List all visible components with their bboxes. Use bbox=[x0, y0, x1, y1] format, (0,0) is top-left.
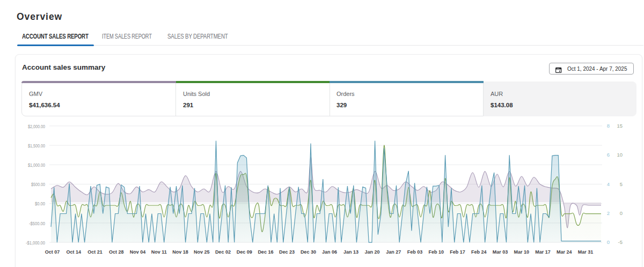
svg-text:Mar 31: Mar 31 bbox=[578, 249, 594, 255]
svg-text:$500.00: $500.00 bbox=[31, 182, 45, 187]
svg-text:Oct 21: Oct 21 bbox=[87, 249, 103, 255]
svg-text:-5: -5 bbox=[618, 239, 623, 245]
svg-text:6: 6 bbox=[607, 152, 610, 158]
svg-text:-$500.00: -$500.00 bbox=[29, 221, 45, 226]
svg-text:0: 0 bbox=[620, 210, 623, 216]
svg-text:Dec 30: Dec 30 bbox=[301, 249, 316, 255]
svg-text:$0.00: $0.00 bbox=[35, 201, 45, 206]
svg-text:Jan 13: Jan 13 bbox=[343, 249, 358, 255]
svg-text:Mar 03: Mar 03 bbox=[493, 249, 508, 255]
svg-text:10: 10 bbox=[617, 152, 623, 158]
svg-text:5: 5 bbox=[620, 181, 623, 187]
svg-text:Feb 24: Feb 24 bbox=[471, 249, 487, 255]
svg-text:Jan 06: Jan 06 bbox=[322, 249, 337, 255]
svg-text:8: 8 bbox=[607, 123, 610, 129]
svg-text:Jan 20: Jan 20 bbox=[365, 249, 380, 255]
svg-text:Dec 16: Dec 16 bbox=[258, 249, 273, 255]
svg-text:Feb 17: Feb 17 bbox=[450, 249, 465, 255]
svg-text:Nov 25: Nov 25 bbox=[194, 249, 210, 255]
svg-text:Jan 27: Jan 27 bbox=[386, 249, 401, 255]
svg-text:Feb 03: Feb 03 bbox=[407, 249, 423, 255]
svg-text:15: 15 bbox=[617, 123, 623, 129]
svg-text:0: 0 bbox=[607, 239, 610, 245]
svg-text:$2,000.00: $2,000.00 bbox=[28, 124, 45, 129]
svg-text:Mar 10: Mar 10 bbox=[514, 249, 530, 255]
svg-text:Oct 07: Oct 07 bbox=[45, 249, 60, 255]
svg-text:4: 4 bbox=[607, 181, 610, 187]
svg-text:Dec 02: Dec 02 bbox=[215, 249, 231, 255]
svg-text:$1,500.00: $1,500.00 bbox=[28, 143, 45, 149]
svg-text:Nov 04: Nov 04 bbox=[130, 249, 146, 255]
svg-text:-$1,000.00: -$1,000.00 bbox=[26, 240, 45, 246]
svg-text:2: 2 bbox=[607, 210, 610, 216]
svg-text:Mar 24: Mar 24 bbox=[557, 249, 572, 255]
svg-text:Oct 14: Oct 14 bbox=[66, 249, 81, 255]
svg-text:Dec 09: Dec 09 bbox=[237, 249, 252, 255]
svg-text:Oct 28: Oct 28 bbox=[109, 249, 124, 255]
svg-text:$1,000.00: $1,000.00 bbox=[28, 162, 45, 168]
svg-text:Mar 17: Mar 17 bbox=[535, 249, 551, 255]
svg-text:Feb 10: Feb 10 bbox=[429, 249, 444, 255]
svg-text:Nov 18: Nov 18 bbox=[172, 249, 188, 255]
svg-text:Nov 11: Nov 11 bbox=[151, 249, 167, 255]
svg-text:Dec 23: Dec 23 bbox=[279, 249, 295, 255]
